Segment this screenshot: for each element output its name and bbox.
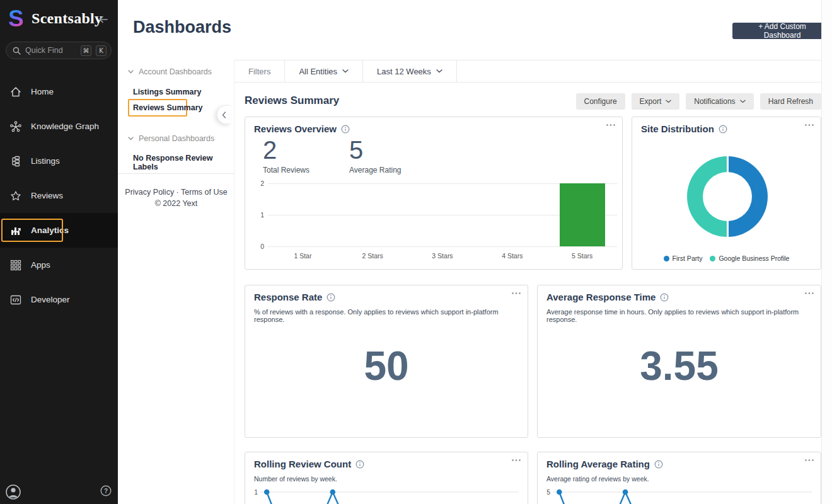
sidebar-item-analytics[interactable]: Analytics xyxy=(0,213,118,248)
developer-code-icon xyxy=(9,293,23,307)
sidebar-item-label: Listings xyxy=(31,156,60,166)
search-placeholder: Quick Find xyxy=(25,46,76,55)
section-label: Account Dashboards xyxy=(139,67,212,76)
info-icon[interactable] xyxy=(719,125,727,134)
chevron-down-icon xyxy=(128,70,134,74)
sidebar-item-reviews[interactable]: Reviews xyxy=(0,178,118,213)
analytics-icon xyxy=(9,224,23,238)
x-category-label: 3 Stars xyxy=(414,252,471,260)
card-rolling-average-rating: Rolling Average Rating Average rating of… xyxy=(537,452,821,504)
panel-collapse-tab[interactable] xyxy=(217,105,231,124)
card-reviews-overview: Reviews Overview 2 Total Reviews 5 Avera… xyxy=(245,117,623,270)
legal-links[interactable]: Privacy Policy · Terms of Use xyxy=(118,188,234,197)
bar-5-stars xyxy=(560,183,605,246)
kebab-menu-icon[interactable] xyxy=(804,459,814,462)
kebab-menu-icon[interactable] xyxy=(511,459,521,462)
legend-label: First Party xyxy=(673,255,703,262)
svg-text:1: 1 xyxy=(254,488,258,496)
sidebar-item-listings[interactable]: Listings xyxy=(0,144,118,178)
button-label: Notifications xyxy=(694,97,735,106)
sidebar-item-label: Analytics xyxy=(31,226,69,235)
card-average-response-time: Average Response Time Average response t… xyxy=(537,285,821,438)
chevron-down-icon xyxy=(436,69,442,73)
personal-dashboards-header[interactable]: Personal Dashboards xyxy=(128,134,214,143)
apps-grid-icon xyxy=(9,258,23,272)
stat-average-rating: 5 Average Rating xyxy=(349,136,402,175)
rolling-review-count-chart: 1 xyxy=(251,486,521,504)
data-point xyxy=(330,490,336,495)
sidebar-item-label: Home xyxy=(31,87,54,96)
entity-filter-dropdown[interactable]: All Entities xyxy=(285,60,362,82)
sidebar-item-knowledge-graph[interactable]: Knowledge Graph xyxy=(0,109,118,144)
k-key: K xyxy=(96,45,107,56)
section-title: Reviews Summary xyxy=(245,94,339,107)
user-avatar[interactable] xyxy=(6,484,21,503)
dashboard-link-no-response-review-labels[interactable]: No Response Review Labels xyxy=(133,154,234,171)
legend-item-google-business-profile: Google Business Profile xyxy=(710,255,789,262)
dashboard-toolbar: Configure Export Notifications Hard Refr… xyxy=(537,93,821,110)
arrow-left-icon xyxy=(98,14,109,25)
kebab-menu-icon[interactable] xyxy=(804,123,814,127)
card-title: Rolling Review Count xyxy=(254,459,351,469)
scrollbar[interactable] xyxy=(821,0,832,504)
data-point xyxy=(557,490,562,495)
info-icon[interactable] xyxy=(654,460,663,469)
card-site-distribution: Site Distribution First Party Google Bus… xyxy=(632,117,821,270)
svg-text:?: ? xyxy=(104,488,108,495)
sidebar-item-apps[interactable]: Apps xyxy=(0,248,118,282)
card-rolling-review-count: Rolling Review Count Number of reviews b… xyxy=(245,452,528,504)
sidebar-item-developer[interactable]: Developer xyxy=(0,282,118,317)
info-icon[interactable] xyxy=(326,293,335,302)
panel-divider xyxy=(118,173,234,174)
filters-label: Filters xyxy=(234,60,284,82)
section-label: Personal Dashboards xyxy=(139,134,214,143)
primary-sidebar: S Scentsably Quick Find ⌘ K Home xyxy=(0,0,118,504)
brand-logo-icon: S xyxy=(8,6,30,32)
listings-icon xyxy=(9,154,23,168)
hard-refresh-button[interactable]: Hard Refresh xyxy=(760,93,821,110)
card-title: Response Rate xyxy=(254,292,322,302)
help-button[interactable]: ? xyxy=(100,485,112,499)
dashboards-panel: Account Dashboards Listings Summary Revi… xyxy=(118,60,234,504)
stat-label: Average Rating xyxy=(349,166,402,175)
card-title: Reviews Overview xyxy=(254,123,337,134)
account-dashboards-header[interactable]: Account Dashboards xyxy=(128,67,212,76)
kebab-menu-icon[interactable] xyxy=(606,123,616,127)
legend-dot xyxy=(664,256,669,261)
x-category-label: 5 Stars xyxy=(554,252,611,260)
quick-find-search[interactable]: Quick Find ⌘ K xyxy=(6,42,112,59)
data-point xyxy=(623,490,628,495)
configure-button[interactable]: Configure xyxy=(576,93,625,110)
stat-value: 2 xyxy=(263,136,309,164)
info-icon[interactable] xyxy=(341,125,350,134)
sidebar-item-label: Reviews xyxy=(31,191,63,200)
info-icon[interactable] xyxy=(660,293,669,302)
sidebar-item-home[interactable]: Home xyxy=(0,74,118,109)
chevron-left-icon xyxy=(222,112,226,118)
sidebar-item-label: Developer xyxy=(31,295,70,304)
dashboard-link-listings-summary[interactable]: Listings Summary xyxy=(133,88,201,96)
export-button[interactable]: Export xyxy=(632,93,680,110)
home-icon xyxy=(9,85,23,99)
response-rate-value: 50 xyxy=(245,341,528,391)
cmd-key: ⌘ xyxy=(81,45,91,56)
date-filter-dropdown[interactable]: Last 12 Weeks xyxy=(363,60,456,82)
button-label: Hard Refresh xyxy=(768,97,813,106)
dashboard-link-reviews-summary[interactable]: Reviews Summary xyxy=(133,103,202,112)
stat-value: 5 xyxy=(349,136,402,164)
notifications-button[interactable]: Notifications xyxy=(686,93,753,110)
donut-legend: First Party Google Business Profile xyxy=(632,255,821,262)
x-category-label: 2 Stars xyxy=(344,252,401,260)
average-response-time-value: 3.55 xyxy=(538,341,821,391)
add-custom-dashboard-button[interactable]: + Add Custom Dashboard xyxy=(732,23,832,39)
kebab-menu-icon[interactable] xyxy=(511,292,521,295)
sidebar-collapse-button[interactable] xyxy=(98,14,109,25)
separator xyxy=(456,60,457,82)
stat-label: Total Reviews xyxy=(263,166,309,175)
info-icon[interactable] xyxy=(355,460,364,469)
copyright: © 2022 Yext xyxy=(118,199,234,208)
brand-name: Scentsably xyxy=(32,10,102,27)
sidebar-item-label: Apps xyxy=(31,260,50,270)
card-description: Average rating of reviews by week. xyxy=(546,475,812,483)
kebab-menu-icon[interactable] xyxy=(804,292,814,295)
